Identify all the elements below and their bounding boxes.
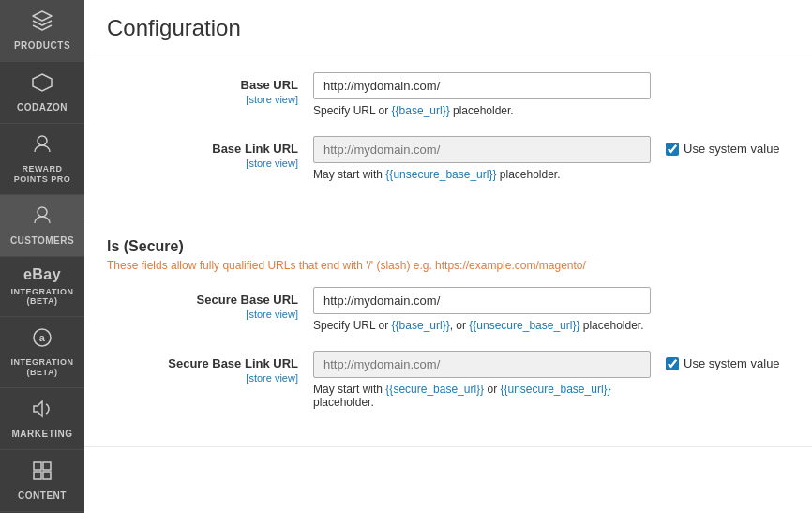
base-url-row: Base URL [store view] Specify URL or {{b… <box>107 72 789 117</box>
sidebar-item-integration-ebay[interactable]: eBay INTEGRATION (BETA) <box>0 257 84 318</box>
secure-urls-section: ls (Secure) These fields allow fully qua… <box>84 219 812 447</box>
ebay-icon: eBay <box>23 266 61 283</box>
codazon-icon <box>31 71 53 98</box>
page-title: Configuration <box>107 15 789 41</box>
base-url-placeholder-hint: {{base_url}} <box>392 104 450 117</box>
svg-rect-8 <box>43 472 51 479</box>
secure-base-link-url-row: Secure Base Link URL [store view] May st… <box>107 351 789 409</box>
secure-link-system-value-text: Use system value <box>684 356 780 370</box>
sidebar-item-customers[interactable]: CUSTOMERS <box>0 195 84 257</box>
content-area: Base URL [store view] Specify URL or {{b… <box>84 53 812 447</box>
secure-section-note: These fields allow fully qualified URLs … <box>107 259 789 272</box>
secure-link-placeholder-2: {{unsecure_base_url}} <box>500 383 610 396</box>
sidebar-amazon-label: INTEGRATION (BETA) <box>4 357 81 378</box>
base-url-label: Base URL <box>107 78 298 92</box>
base-url-label-col: Base URL [store view] <box>107 72 313 105</box>
sidebar-item-products[interactable]: PRODUCTS <box>0 0 84 62</box>
customers-icon <box>31 204 53 232</box>
base-link-system-value-checkbox[interactable] <box>666 143 679 156</box>
sidebar-content-label: CONTENT <box>18 490 67 502</box>
base-link-url-hint: May start with {{unsecure_base_url}} pla… <box>313 168 651 181</box>
secure-base-url-store-view[interactable]: [store view] <box>107 309 298 320</box>
secure-base-link-url-input[interactable] <box>313 351 651 378</box>
secure-base-url-input[interactable] <box>313 287 651 314</box>
secure-base-url-label: Secure Base URL <box>107 293 298 307</box>
secure-link-placeholder-1: {{secure_base_url}} <box>385 383 484 396</box>
sidebar-reward-label: REWARD POINTS PRO <box>4 164 81 185</box>
secure-note-text: These fields allow fully qualified URLs … <box>107 259 586 272</box>
sidebar-item-reward-points-pro[interactable]: REWARD POINTS PRO <box>0 124 84 195</box>
sidebar-codazon-label: CODAZON <box>17 102 68 113</box>
svg-marker-0 <box>33 74 52 91</box>
base-url-store-view[interactable]: [store view] <box>107 94 298 105</box>
base-link-system-value-text: Use system value <box>684 142 780 156</box>
secure-base-url-placeholder-1: {{base_url}} <box>392 319 450 332</box>
svg-rect-6 <box>43 462 51 470</box>
sidebar-item-content[interactable]: CONTENT <box>0 450 84 512</box>
svg-text:a: a <box>39 332 46 343</box>
sidebar: PRODUCTS CODAZON REWARD POINTS PRO CUSTO… <box>0 0 84 513</box>
secure-base-url-row: Secure Base URL [store view] Specify URL… <box>107 287 789 332</box>
secure-base-link-url-label-col: Secure Base Link URL [store view] <box>107 351 313 384</box>
base-url-hint: Specify URL or {{base_url}} placeholder. <box>313 104 651 117</box>
unsecure-base-url-hint: {{unsecure_base_url}} <box>385 168 496 181</box>
base-urls-section: Base URL [store view] Specify URL or {{b… <box>84 53 812 219</box>
secure-section-title: ls (Secure) <box>107 238 789 255</box>
secure-base-url-placeholder-2: {{unsecure_base_url}} <box>469 319 579 332</box>
main-content: Configuration Base URL [store view] Spec… <box>84 0 812 513</box>
amazon-icon: a <box>31 326 53 354</box>
svg-point-1 <box>38 136 47 145</box>
secure-base-link-url-extra: Use system value <box>651 351 780 370</box>
secure-link-system-value-label[interactable]: Use system value <box>666 356 780 370</box>
products-icon <box>31 9 53 37</box>
sidebar-item-marketing[interactable]: MARKETING <box>0 388 84 450</box>
content-icon <box>31 460 53 487</box>
sidebar-customers-label: CUSTOMERS <box>10 235 74 247</box>
page-header: Configuration <box>84 0 812 53</box>
base-link-url-label-col: Base Link URL [store view] <box>107 136 313 169</box>
base-link-url-field-col: May start with {{unsecure_base_url}} pla… <box>313 136 651 181</box>
base-url-field-col: Specify URL or {{base_url}} placeholder. <box>313 72 651 117</box>
sidebar-marketing-label: MARKETING <box>11 429 72 440</box>
reward-icon <box>31 133 53 160</box>
svg-rect-5 <box>34 462 41 470</box>
marketing-icon <box>31 398 53 425</box>
sidebar-products-label: PRODUCTS <box>14 40 70 52</box>
base-url-input[interactable] <box>313 72 651 99</box>
secure-link-system-value-checkbox[interactable] <box>666 357 679 370</box>
secure-base-url-label-col: Secure Base URL [store view] <box>107 287 313 320</box>
base-link-url-store-view[interactable]: [store view] <box>107 158 298 169</box>
sidebar-ebay-label: INTEGRATION (BETA) <box>4 287 81 308</box>
secure-base-link-url-field-col: May start with {{secure_base_url}} or {{… <box>313 351 651 409</box>
base-link-url-extra: Use system value <box>651 136 780 156</box>
secure-base-link-url-store-view[interactable]: [store view] <box>107 372 298 384</box>
base-link-system-value-label[interactable]: Use system value <box>666 142 780 156</box>
base-link-url-label: Base Link URL <box>107 142 298 156</box>
secure-base-url-field-col: Specify URL or {{base_url}}, or {{unsecu… <box>313 287 651 332</box>
secure-base-link-url-hint: May start with {{secure_base_url}} or {{… <box>313 383 651 409</box>
svg-point-2 <box>38 207 47 217</box>
secure-base-url-hint: Specify URL or {{base_url}}, or {{unsecu… <box>313 319 651 332</box>
svg-rect-7 <box>34 472 41 479</box>
base-link-url-input[interactable] <box>313 136 651 163</box>
sidebar-item-integration-amazon[interactable]: a INTEGRATION (BETA) <box>0 317 84 388</box>
base-link-url-row: Base Link URL [store view] May start wit… <box>107 136 789 181</box>
secure-base-link-url-label: Secure Base Link URL <box>107 356 298 370</box>
sidebar-item-codazon[interactable]: CODAZON <box>0 62 84 124</box>
